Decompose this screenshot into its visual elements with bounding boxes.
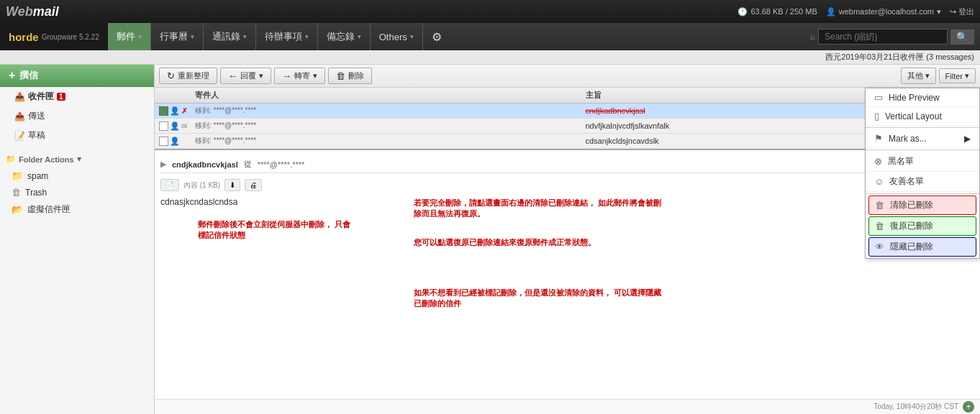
nav-contacts[interactable]: 通訊錄 ▾ — [204, 23, 256, 50]
sidebar: + 撰信 📥 收件匣 1 📤 傳送 📝 草稿 📁 Folder Actions … — [0, 65, 155, 414]
dropdown-mark-as[interactable]: ⚑ Mark as... ▶ — [866, 129, 979, 148]
attachment-label: 內容 (1 KB) — [183, 180, 220, 190]
logout-icon: ↪ — [950, 7, 956, 17]
vertical-layout-icon: ▯ — [874, 111, 879, 121]
col-sender[interactable]: 寄件人 — [195, 90, 586, 101]
sent-label: 傳送 — [28, 110, 45, 122]
checkbox-1[interactable] — [159, 106, 168, 116]
preview-print-button[interactable]: 🖨 — [245, 179, 262, 191]
dropdown-hide-preview[interactable]: ▭ Hide Preview — [866, 88, 979, 107]
logout-label: 登出 — [958, 6, 974, 17]
user-icon: 👤 — [826, 7, 836, 17]
nav-calendar[interactable]: 行事曆 ▾ — [151, 23, 204, 50]
sidebar-item-sent[interactable]: 📤 傳送 — [0, 106, 154, 126]
checkbox-3[interactable] — [159, 137, 168, 146]
hide-preview-icon: ▭ — [874, 92, 883, 103]
dropdown-divider-1 — [866, 127, 979, 128]
refresh-label: 重新整理 — [178, 70, 209, 81]
search-button[interactable]: 🔍 — [950, 29, 974, 45]
table-row[interactable]: 👤 ✉ 移到: ****@****.**** ndvfjkalnjvcdfjsl… — [155, 119, 980, 134]
preview-file-icon[interactable]: 📄 — [160, 179, 179, 191]
other-arrow-icon: ▾ — [925, 71, 930, 80]
search-area: ⌕ 🔍 — [804, 23, 980, 50]
preview-subject: cndjkadbncvkjasl — [172, 160, 238, 169]
reply-button[interactable]: ← 回覆 ▾ — [220, 68, 271, 84]
sent-icon: 📤 — [14, 111, 25, 121]
forward-label: 轉寄 — [294, 70, 310, 81]
hide-deleted-label: 隱藏已刪除 — [890, 241, 933, 253]
email-list: 👤 ✗ 移到: ****@****.**** cndjkadbncvkjasl … — [155, 104, 980, 149]
vertical-layout-label: Vertical Layout — [885, 111, 942, 121]
checkbox-2[interactable] — [159, 121, 168, 131]
preview-body: cdnasjkcndaslcndsa — [160, 196, 974, 208]
blacklist-icon: ⊗ — [874, 156, 882, 167]
user-info: 👤 webmaster@localhost.com ▾ — [826, 7, 941, 17]
gear-icon: ⚙ — [432, 30, 442, 44]
preview-meta: 📄 內容 (1 KB) ⬇ 🖨 — [160, 179, 974, 191]
dropdown-vertical-layout[interactable]: ▯ Vertical Layout — [866, 107, 979, 126]
row-icons-1: 👤 ✗ — [159, 106, 195, 116]
other-label: 其他 — [907, 70, 923, 81]
add-button[interactable]: + — [963, 401, 974, 413]
dropdown-hide-deleted[interactable]: 👁 隱藏已刪除 — [868, 237, 976, 257]
dropdown-purge-deleted[interactable]: 🗑 清除已刪除 — [868, 196, 976, 215]
person-icon-2: 👤 — [170, 121, 180, 131]
folder-arrow-icon: ▾ — [77, 155, 81, 164]
toolbar: ↻ 重新整理 ← 回覆 ▾ → 轉寄 ▾ 🗑 刪除 其他 ▾ — [155, 65, 980, 88]
storage-info: 🕐 63.68 KB / 250 MB — [738, 7, 817, 17]
virtual-label: 虛擬信件匣 — [27, 203, 71, 216]
others-arrow-icon: ▾ — [410, 33, 414, 40]
filter-arrow-icon: ▾ — [965, 71, 969, 80]
sidebar-item-trash[interactable]: 🗑 Trash — [0, 184, 154, 201]
clock-icon: 🕐 — [738, 7, 748, 17]
hide-deleted-icon: 👁 — [875, 242, 884, 252]
nav-others[interactable]: Others ▾ — [371, 23, 423, 50]
date-bar: 西元2019年03月21日 收件匣 (3 messages) — [0, 50, 980, 65]
delete-icon: 🗑 — [336, 70, 345, 81]
notes-arrow-icon: ▾ — [358, 33, 361, 40]
forward-arrow-icon: ▾ — [313, 71, 317, 80]
other-button[interactable]: 其他 ▾ — [901, 68, 936, 84]
timestamp-bar: Today, 10時40分20秒 CST + — [155, 399, 980, 414]
nav-mail[interactable]: 郵件 ▾ — [108, 23, 151, 50]
nav-gear[interactable]: ⚙ — [423, 23, 450, 50]
search-input[interactable] — [818, 29, 948, 45]
refresh-button[interactable]: ↻ 重新整理 — [159, 68, 217, 84]
row-icons-3: 👤 — [159, 137, 195, 146]
calendar-label: 行事曆 — [160, 30, 188, 43]
sidebar-item-inbox[interactable]: 📥 收件匣 1 — [0, 87, 154, 106]
reply-label: 回覆 — [240, 70, 256, 81]
folder-actions-section[interactable]: 📁 Folder Actions ▾ — [0, 151, 154, 167]
horde-brand: horde Groupware 5.2.22 — [0, 23, 108, 50]
forward-button[interactable]: → 轉寄 ▾ — [274, 68, 325, 84]
dropdown-restore-deleted[interactable]: 🗑 復原已刪除 — [868, 216, 976, 236]
whitelist-icon: ☺ — [874, 176, 884, 187]
dropdown-whitelist[interactable]: ☺ 友善名單 — [866, 172, 979, 192]
tasks-label: 待辦事項 — [265, 30, 302, 43]
purge-icon: 🗑 — [875, 200, 884, 211]
compose-button[interactable]: + 撰信 — [0, 65, 154, 87]
sidebar-item-virtual[interactable]: 📂 虛擬信件匣 — [0, 201, 154, 218]
row-icons-2: 👤 ✉ — [159, 121, 195, 131]
table-row[interactable]: 👤 ✗ 移到: ****@****.**** cndjkadbncvkjasl — [155, 104, 980, 119]
delete-button[interactable]: 🗑 刪除 — [328, 68, 372, 84]
tasks-arrow-icon: ▾ — [305, 33, 309, 40]
sidebar-item-draft[interactable]: 📝 草稿 — [0, 126, 154, 145]
nav-notes[interactable]: 備忘錄 ▾ — [318, 23, 371, 50]
dropdown-blacklist[interactable]: ⊗ 黑名單 — [866, 152, 979, 172]
nav-tasks[interactable]: 待辦事項 ▾ — [256, 23, 318, 50]
table-row[interactable]: 👤 移到: ****@****.**** cdsanjkcldsjncavdsl… — [155, 134, 980, 149]
hide-preview-label: Hide Preview — [889, 93, 940, 103]
dropdown-divider-2 — [866, 150, 979, 150]
user-email: webmaster@localhost.com — [839, 7, 934, 16]
preview-download-button[interactable]: ⬇ — [224, 179, 240, 191]
mark-as-arrow-icon: ▶ — [964, 134, 971, 144]
filter-button[interactable]: Filter ▾ — [939, 68, 976, 83]
sidebar-item-spam[interactable]: 📁 spam — [0, 167, 154, 184]
logo-web: Web — [6, 4, 33, 19]
person-icon-3: 👤 — [170, 137, 180, 146]
inbox-label: 收件匣 — [28, 91, 54, 103]
mail-arrow-icon: ▾ — [138, 33, 142, 40]
logout-button[interactable]: ↪ 登出 — [950, 6, 974, 17]
notes-label: 備忘錄 — [327, 30, 355, 43]
